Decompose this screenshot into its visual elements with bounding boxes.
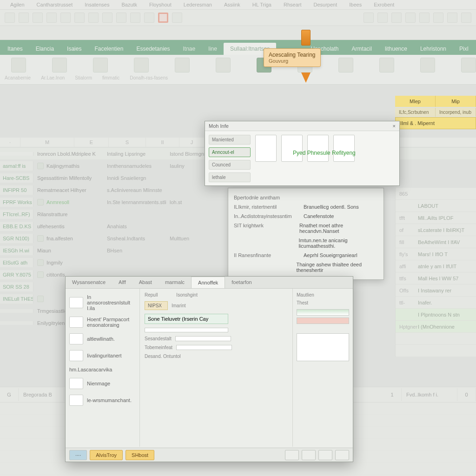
tool-icon[interactable] <box>364 13 374 23</box>
tool-icon[interactable] <box>116 13 126 23</box>
ribbon-button-icon[interactable] <box>338 58 353 73</box>
panel-row[interactable]: HptgnerI (MnOhennione <box>396 321 476 333</box>
ribbon-tab[interactable]: PixI <box>453 43 475 55</box>
template-tile[interactable] <box>307 135 329 162</box>
ribbon-button-icon[interactable] <box>216 58 231 73</box>
tool-icon[interactable] <box>144 13 154 23</box>
ribbon-tab[interactable]: lithuence <box>378 43 414 55</box>
tool-icon[interactable] <box>102 13 112 23</box>
cell[interactable]: Bregorada B <box>19 388 64 401</box>
menu-item[interactable]: HL Triga <box>247 1 277 8</box>
tool-icon[interactable] <box>33 13 43 23</box>
list-item[interactable]: hm.Lascaracarvika <box>68 365 137 374</box>
template-tile[interactable] <box>255 135 277 162</box>
properties-dialog[interactable]: Bpertodnle anntham ILIkmir, ristertnenti… <box>228 188 384 280</box>
highlight-tab[interactable]: Mlep <box>395 96 436 107</box>
tool-icon[interactable] <box>74 13 85 23</box>
menu-item[interactable]: Agilen <box>5 1 30 8</box>
tool-icon[interactable] <box>461 13 471 23</box>
panel-row[interactable]: tfftMll..AiIts IPLOF <box>396 212 476 224</box>
option[interactable]: Maniented <box>209 135 251 145</box>
text-input[interactable] <box>175 336 231 341</box>
menu-item[interactable]: Rhseart <box>278 1 307 8</box>
tool-icon[interactable] <box>19 13 29 23</box>
list-item[interactable]: altlewllinath. <box>68 331 137 346</box>
panel-row[interactable] <box>396 333 476 345</box>
tool-icon[interactable] <box>433 13 443 23</box>
tool-icon[interactable] <box>377 13 388 23</box>
ribbon-button-icon[interactable] <box>379 58 394 73</box>
thumb-button[interactable] <box>335 450 349 460</box>
option[interactable]: Anncout-el <box>209 147 251 157</box>
ribbon-button-icon[interactable] <box>134 58 149 73</box>
cell[interactable]: Fvd..Ikomh f i. <box>402 388 457 401</box>
tool-icon[interactable] <box>419 13 430 23</box>
thumb-button[interactable] <box>302 450 316 460</box>
ribbon-button-icon[interactable] <box>420 58 435 73</box>
option[interactable]: lethale <box>209 172 251 182</box>
ribbon-tab[interactable]: Lehristonn <box>414 43 453 55</box>
tool-icon[interactable] <box>46 13 57 23</box>
dialog-tab[interactable]: Wysansenatce <box>66 277 112 288</box>
ribbon-button-icon[interactable] <box>175 58 190 73</box>
template-tile[interactable] <box>333 135 355 162</box>
list-item[interactable]: le-wrsmumanchant. <box>68 393 137 408</box>
tool-icon[interactable] <box>447 13 457 23</box>
tool-icon[interactable] <box>405 13 416 23</box>
menu-item[interactable]: Lederesman <box>178 1 218 8</box>
cell[interactable]: 1 <box>383 388 402 401</box>
panel-row[interactable]: ttl-Inafer. <box>396 297 476 309</box>
list-item[interactable]: In annsorostresnIstult I.ila <box>68 292 137 313</box>
ribbon-tab[interactable]: line <box>202 43 224 55</box>
dialog-tab-active[interactable]: Annoffek <box>191 277 225 288</box>
highlighted-tool-icon[interactable] <box>158 13 168 23</box>
secondary-button[interactable]: ···· <box>69 450 87 460</box>
list-item[interactable]: Hoent' Parmpacort ensonatoraing <box>68 315 137 330</box>
panel-row[interactable]: 865 <box>396 188 476 200</box>
ribbon-tab[interactable]: Isaies <box>60 43 88 55</box>
ribbon-button-icon[interactable] <box>93 58 108 73</box>
menu-item[interactable]: Exrobent <box>368 1 400 8</box>
panel-row[interactable]: LABOUT <box>396 200 476 212</box>
ribbon-tab[interactable]: Armtacil <box>345 43 378 55</box>
menu-item[interactable]: Assiink <box>218 1 246 8</box>
text-input[interactable] <box>145 328 228 332</box>
panel-row[interactable]: affiatnle y am I IfUlT <box>396 260 476 272</box>
thumb-button[interactable] <box>318 450 332 460</box>
highlight-tab[interactable]: Mip <box>436 96 476 107</box>
ribbon-tab[interactable]: Itnae <box>177 43 202 55</box>
template-tile[interactable] <box>281 135 303 162</box>
ribbon-tab[interactable]: Facelentien <box>88 43 130 55</box>
menu-item[interactable]: Desurpent <box>308 1 343 8</box>
panel-row[interactable] <box>396 345 476 357</box>
tool-icon[interactable] <box>5 13 15 23</box>
tool-icon[interactable] <box>172 13 182 23</box>
text-input[interactable] <box>145 314 228 324</box>
dialog-tab[interactable]: Abast <box>132 277 159 288</box>
tool-icon[interactable] <box>88 13 99 23</box>
close-icon[interactable]: × <box>393 123 396 129</box>
tool-icon[interactable] <box>130 13 140 23</box>
dialog-tab[interactable]: Alff <box>112 277 132 288</box>
panel-row[interactable]: fly'sMars! I IfIO T <box>396 248 476 260</box>
menu-item[interactable]: Floyshout <box>144 1 177 8</box>
text-input[interactable] <box>176 345 232 350</box>
tool-icon[interactable] <box>60 13 71 23</box>
ribbon-button-icon[interactable] <box>52 58 67 73</box>
panel-row[interactable]: ofsLcaterate l IbIiRK)T <box>396 224 476 236</box>
panel-row[interactable]: I Plpntnoons N stn <box>396 309 476 321</box>
menu-item[interactable]: Cantharstrusset <box>31 1 79 8</box>
highlight-button[interactable]: IIml & . Mipernt <box>395 117 476 129</box>
ribbon-button-icon[interactable] <box>11 58 26 73</box>
panel-row[interactable]: fillBeAtheWimt I IfAV <box>396 236 476 248</box>
ribbon-tab[interactable]: Itanes <box>1 43 29 55</box>
thumb-button[interactable] <box>285 450 299 460</box>
list-item[interactable]: Iivalinguritanert <box>68 348 137 363</box>
option[interactable]: Counced <box>209 160 251 170</box>
ribbon-tab[interactable]: Elancia <box>29 43 60 55</box>
menu-item[interactable]: Bazutk <box>116 1 143 8</box>
menu-item[interactable]: Ibees <box>344 1 367 8</box>
tool-icon[interactable] <box>391 13 402 23</box>
menu-item[interactable]: Insatenses <box>79 1 115 8</box>
cell[interactable]: 0 <box>457 388 476 401</box>
